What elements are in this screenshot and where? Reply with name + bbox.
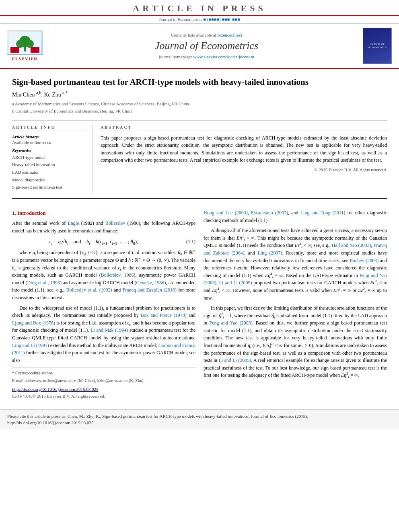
elsevier-logo: ELSEVIER (5, 28, 49, 64)
ljung-box-ref[interactable]: Ljung and Box (1978) (12, 320, 55, 326)
bollerslev-et-al-ref[interactable]: Bollerslev et al. (1992) (66, 287, 112, 293)
authors: Min Chen a,b, Ke Zhu a,* (12, 92, 387, 98)
doi-link[interactable]: http://dx.doi.org/10.1016/j.jeconom.2015… (12, 387, 99, 392)
footnote-area: * Corresponding author. E-mail addresses… (12, 367, 195, 383)
journal-title-header: Journal of Econometrics (53, 40, 360, 52)
article-info-label: ARTICLE INFO (12, 125, 86, 131)
keyword-3: LAD estimator (12, 168, 86, 176)
citation-bar: Please cite this article in press as: Ch… (0, 409, 399, 429)
geweke-ref[interactable]: Geweke, 1986 (136, 280, 165, 286)
abstract-label: ABSTRACT (101, 125, 387, 131)
li-mak-ref[interactable]: Li and Mak (1994) (90, 327, 128, 333)
doi-line[interactable]: http://dx.doi.org/10.1016/j.jeconom.2015… (12, 386, 195, 393)
ling-2007-ref[interactable]: Ling (2007) (258, 250, 282, 256)
rachev-ref[interactable]: Rachev (2003) (350, 258, 379, 263)
keyword-5: Sign-based portmanteau test (12, 183, 86, 191)
footnote-corresponding: * Corresponding author. (12, 371, 53, 375)
copyright-footer: 0304-4076/© 2015 Elsevier B.V. All right… (12, 393, 195, 400)
abstract-column: ABSTRACT This paper proposes a sign-base… (101, 125, 387, 194)
equation-number: (1.1) (175, 238, 195, 246)
affiliations: a Academy of Mathematics and Systems Sci… (12, 101, 387, 115)
right-body-column: Hong and Lee (2003), Escanciano (2007), … (204, 209, 387, 400)
right-para3: In this paper, we first derive the limit… (204, 304, 387, 379)
keywords-list: ARCH-type model Heavy-tailed innovation … (12, 154, 86, 191)
svg-point-4 (26, 40, 34, 48)
li-li-2005-ref[interactable]: Li and Li (2005) (218, 357, 251, 363)
journal-cover-image: JOURNAL OFECONOMETRICS (363, 28, 392, 64)
elsevier-name: ELSEVIER (12, 56, 38, 61)
svg-rect-8 (34, 47, 35, 53)
introduction-heading: 1. Introduction (12, 209, 195, 217)
history-heading: Article history: (12, 134, 86, 139)
keywords-heading: Keywords: (12, 148, 86, 153)
right-para1: Hong and Lee (2003), Escanciano (2007), … (204, 209, 387, 224)
keyword-1: ARCH-type model (12, 154, 86, 161)
contents-prefix: Contents lists available at (171, 33, 217, 37)
article-in-press-banner: ARTICLE IN PRESS (0, 0, 399, 16)
journal-cover: JOURNAL OFECONOMETRICS (360, 28, 394, 64)
history-value: Available online xxxx (12, 140, 86, 145)
sciencedirect-link[interactable]: ScienceDirect (217, 33, 242, 37)
journal-link-bar: Journal of Econometrics ■ (■■■■) ■■■–■■■ (0, 16, 399, 24)
homepage-link[interactable]: www.elsevier.com/locate/jeconom (193, 54, 254, 59)
copyright-line: © 2015 Elsevier B.V. All rights reserved… (101, 167, 387, 172)
bollerslev-ref[interactable]: Bollerslev (105, 220, 125, 226)
article-title: Sign-based portmanteau test for ARCH-typ… (12, 76, 387, 88)
article-history-row: Article history: Available online xxxx (12, 134, 86, 145)
homepage-line: journal homepage: www.elsevier.com/locat… (53, 54, 360, 59)
main-content: Sign-based portmanteau test for ARCH-typ… (0, 69, 399, 408)
contents-line: Contents lists available at ScienceDirec… (53, 33, 360, 37)
right-para2: Although all of the aforementioned tests… (204, 227, 387, 302)
hong-lee-ref[interactable]: Hong and Lee (2003) (204, 210, 248, 216)
engle-ref[interactable]: Engle (68, 220, 79, 226)
ling-tong-ref[interactable]: Ling and Tong (2011) (300, 210, 346, 216)
keyword-2: Heavy-tailed innovation (12, 161, 86, 168)
affiliation-b: b Capital University of Economics and Bu… (12, 108, 387, 115)
intro-para3: Due to the widespread use of model (1.1)… (12, 304, 195, 364)
keywords-row: Keywords: ARCH-type model Heavy-tailed i… (12, 148, 86, 191)
escanciano-ref[interactable]: Escanciano (2007) (251, 210, 288, 216)
article-info-abstract-section: ARTICLE INFO Article history: Available … (12, 121, 387, 199)
ding-ref[interactable]: Ding et al., 1993 (27, 280, 60, 286)
li-li-ref[interactable]: Li and Li (2005) (219, 280, 252, 286)
svg-rect-6 (14, 47, 15, 53)
footnote-star: * Corresponding author. (12, 370, 195, 376)
left-body-column: 1. Introduction After the seminal work o… (12, 209, 195, 400)
article-info-column: ARTICLE INFO Article history: Available … (12, 125, 93, 194)
body-content: 1. Introduction After the seminal work o… (12, 205, 387, 404)
bollerslev-1986-ref[interactable]: Bollerslev, 1986 (101, 272, 134, 278)
cover-text: JOURNAL OFECONOMETRICS (368, 43, 387, 49)
intro-para1: After the seminal work of Engle (1982) a… (12, 220, 195, 234)
citation-text: Please cite this article in press as: Ch… (7, 414, 308, 425)
elsevier-logo-image (7, 31, 43, 55)
svg-point-3 (16, 40, 24, 48)
footnote-email: E-mail addresses: mchen@amss.ac.cn (M. C… (12, 378, 195, 384)
header-section: ELSEVIER Contents lists available at Sci… (0, 24, 399, 69)
affiliation-a: a Academy of Mathematics and Systems Sci… (12, 101, 387, 108)
intro-para2: where ηt being independent of {εj; j < t… (12, 249, 195, 301)
equation-1-1: εt = ηt√ht and ht = h(εt−1, εt−2, . . . … (12, 238, 195, 246)
homepage-prefix: journal homepage: (159, 54, 193, 59)
francq-zakoian-ref[interactable]: Francq and Zakoïan (2010) (122, 287, 177, 293)
hall-yao-ref[interactable]: Hall and Yao (2003) (332, 242, 371, 248)
equation-content: εt = ηt√ht and ht = h(εt−1, εt−2, . . . … (12, 238, 175, 246)
header-center: Contents lists available at ScienceDirec… (53, 28, 360, 64)
abstract-text: This paper proposes a sign-based portman… (101, 134, 387, 164)
aip-text: ARTICLE IN PRESS (0, 3, 399, 14)
journal-ref: Journal of Econometrics ■ (■■■■) ■■■–■■■ (159, 17, 240, 22)
box-pierce-ref[interactable]: Box and Pierce (1970) (141, 312, 187, 318)
peng-yao-2003-ref[interactable]: Peng and Yao (2003) (210, 320, 253, 326)
ling-li-ref[interactable]: Ling and Li (1997) (12, 343, 49, 348)
keyword-4: Model diagnostics (12, 176, 86, 184)
